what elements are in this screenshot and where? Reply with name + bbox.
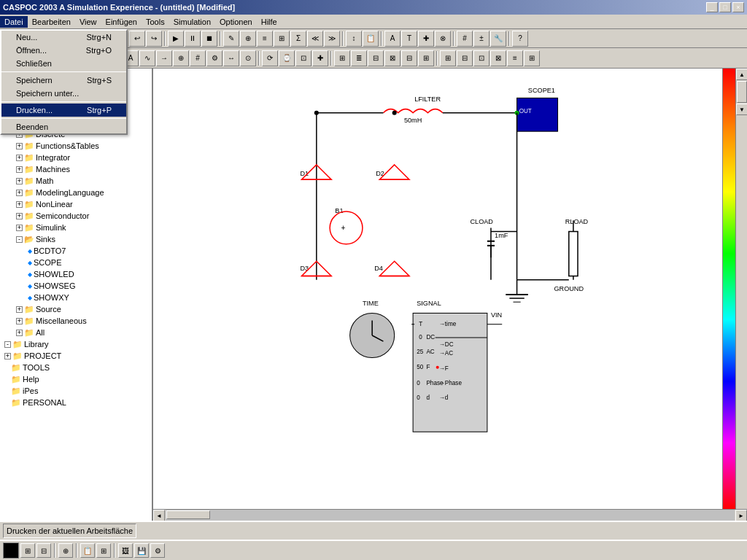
expand-all[interactable]: +	[16, 330, 23, 336]
tool-row2-20[interactable]: ⊞	[440, 50, 456, 66]
tree-item-project[interactable]: + 📁 PROJECT	[1, 350, 150, 362]
tree-item-showled[interactable]: ◆ SHOWLED	[1, 268, 150, 280]
taskbar-icon-6[interactable]: ⊞	[96, 543, 111, 558]
maximize-button[interactable]: □	[719, 2, 731, 12]
tool-row2-19[interactable]: ⊞	[418, 50, 434, 66]
menu-bearbeiten[interactable]: Bearbeiten	[28, 16, 75, 28]
tool-btn-10[interactable]: A	[384, 31, 400, 47]
tool-row2-3[interactable]: ∿	[139, 50, 155, 66]
menu-item-speichern-unter[interactable]: Speichern unter...	[1, 87, 126, 100]
minimize-button[interactable]: _	[706, 2, 718, 12]
tool-row2-15[interactable]: ≣	[351, 50, 367, 66]
tool-row2-6[interactable]: #	[190, 50, 206, 66]
tool-row2-22[interactable]: ⊡	[473, 50, 489, 66]
scroll-left-button[interactable]: ◄	[153, 510, 165, 521]
tool-row2-11[interactable]: ⌚	[279, 50, 295, 66]
expand-semiconductor[interactable]: +	[16, 213, 23, 219]
tree-item-showseg[interactable]: ◆ SHOWSEG	[1, 280, 150, 292]
menu-tools[interactable]: Tools	[142, 16, 169, 28]
tool-row2-7[interactable]: ⚙	[206, 50, 222, 66]
taskbar-icon-8[interactable]: 💾	[134, 543, 149, 558]
tool-row2-23[interactable]: ⊠	[490, 50, 506, 66]
tool-row2-24[interactable]: ≡	[507, 50, 523, 66]
expand-source[interactable]: +	[16, 306, 23, 313]
expand-misc[interactable]: +	[16, 318, 23, 324]
play-button[interactable]: ▶	[168, 31, 184, 47]
taskbar-icon-5[interactable]: 📋	[80, 543, 95, 558]
tree-item-personal[interactable]: 📁 PERSONAL	[1, 397, 150, 408]
tool-row2-17[interactable]: ⊠	[384, 50, 400, 66]
tree-item-semiconductor[interactable]: + 📁 Semiconductor	[1, 210, 150, 222]
tool-btn-11[interactable]: T	[401, 31, 417, 47]
tool-row2-5[interactable]: ⊕	[173, 50, 189, 66]
tool-btn-13[interactable]: ⊗	[435, 31, 451, 47]
vertical-scrollbar[interactable]: ▲ ▼	[735, 69, 747, 509]
menu-item-drucken[interactable]: Drucken...Strg+P	[1, 104, 126, 117]
tree-item-machines[interactable]: + 📁 Machines	[1, 163, 150, 175]
tree-item-integrator[interactable]: + 📁 Integrator	[1, 152, 150, 163]
tree-item-bcdto7[interactable]: ◆ BCDTO7	[1, 245, 150, 257]
tree-item-tools[interactable]: 📁 TOOLS	[1, 362, 150, 373]
tool-row2-8[interactable]: ↔	[223, 50, 239, 66]
menu-hilfe[interactable]: Hilfe	[257, 16, 282, 28]
menu-view[interactable]: View	[75, 16, 101, 28]
menu-item-speichern[interactable]: SpeichernStrg+S	[1, 74, 126, 87]
expand-machines[interactable]: +	[16, 166, 23, 173]
tool-btn-5[interactable]: Σ	[290, 31, 306, 47]
tree-item-scope[interactable]: ◆ SCOPE	[1, 257, 150, 268]
tool-btn-3[interactable]: ≡	[257, 31, 273, 47]
tree-item-math[interactable]: + 📁 Math	[1, 175, 150, 187]
tool-row2-10[interactable]: ⟳	[262, 50, 278, 66]
taskbar-icon-3[interactable]: ⊟	[36, 543, 51, 558]
scroll-right-button[interactable]: ►	[735, 510, 747, 521]
tree-item-nonlinear[interactable]: + 📁 NonLinear	[1, 198, 150, 210]
tool-btn-9[interactable]: 📋	[363, 31, 379, 47]
tree-item-modeling[interactable]: + 📁 ModelingLanguage	[1, 187, 150, 198]
tool-row2-12[interactable]: ⊡	[295, 50, 311, 66]
pause-button[interactable]: ⏸	[185, 31, 201, 47]
scroll-up-button[interactable]: ▲	[736, 69, 747, 80]
tree-item-library[interactable]: - 📁 Library	[1, 338, 150, 350]
tool-row2-18[interactable]: ⊟	[401, 50, 417, 66]
menu-item-beenden[interactable]: Beenden	[1, 120, 126, 133]
taskbar-icon-1[interactable]	[3, 542, 19, 559]
tool-row2-9[interactable]: ⊙	[240, 50, 256, 66]
tree-item-simulink[interactable]: + 📁 Simulink	[1, 222, 150, 233]
undo-button[interactable]: ↩	[129, 31, 145, 47]
expand-library[interactable]: -	[4, 341, 11, 348]
menu-item-neu[interactable]: Neu...Strg+N	[1, 31, 126, 44]
menu-item-oeffnen[interactable]: Öffnen...Strg+O	[1, 44, 126, 57]
tool-btn-8[interactable]: ↕	[346, 31, 362, 47]
expand-math[interactable]: +	[16, 178, 23, 184]
taskbar-icon-4[interactable]: ⊕	[58, 543, 73, 558]
tool-row2-16[interactable]: ⊟	[368, 50, 384, 66]
tool-row2-14[interactable]: ⊞	[334, 50, 350, 66]
tree-item-help[interactable]: 📁 Help	[1, 373, 150, 385]
tree-item-ipes[interactable]: 📁 iPes	[1, 385, 150, 397]
help-button[interactable]: ?	[512, 31, 528, 47]
expand-nonlinear[interactable]: +	[16, 201, 23, 208]
tree-item-miscellaneous[interactable]: + 📁 Miscellaneous	[1, 315, 150, 327]
tool-row2-21[interactable]: ⊟	[457, 50, 473, 66]
tree-item-showxy[interactable]: ◆ SHOWXY	[1, 292, 150, 303]
taskbar-icon-7[interactable]: 🖼	[118, 543, 133, 558]
tool-row2-25[interactable]: ⊞	[524, 50, 540, 66]
tree-item-all[interactable]: + 📁 All	[1, 327, 150, 338]
menu-einfuegen[interactable]: Einfügen	[101, 16, 142, 28]
tool-btn-7[interactable]: ≫	[324, 31, 340, 47]
expand-modeling[interactable]: +	[16, 190, 23, 196]
expand-integrator[interactable]: +	[16, 155, 23, 161]
tool-row2-13[interactable]: ✚	[312, 50, 328, 66]
horizontal-scrollbar[interactable]: ◄ ►	[153, 509, 747, 521]
tree-item-source[interactable]: + 📁 Source	[1, 303, 150, 315]
expand-sinks[interactable]: -	[16, 236, 23, 243]
stop-button[interactable]: ⏹	[201, 31, 217, 47]
canvas-area[interactable]: SCOPE1 OUT LFILTER 50mH D1 D2 B1	[153, 69, 747, 521]
taskbar-icon-2[interactable]: ⊞	[20, 543, 35, 558]
menu-simulation[interactable]: Simulation	[169, 16, 215, 28]
tool-btn-16[interactable]: 🔧	[490, 31, 506, 47]
tool-row2-4[interactable]: →	[156, 50, 172, 66]
expand-functions[interactable]: +	[16, 143, 23, 149]
tool-btn-2[interactable]: ⊕	[240, 31, 256, 47]
redo-button[interactable]: ↪	[146, 31, 162, 47]
